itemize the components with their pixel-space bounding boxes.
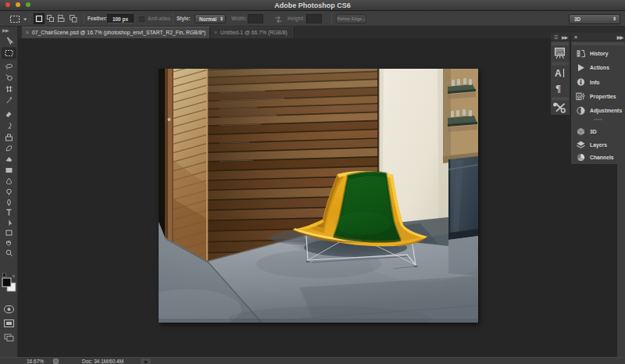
svg-text:A: A [555, 68, 562, 79]
svg-text:¶: ¶ [555, 82, 561, 94]
